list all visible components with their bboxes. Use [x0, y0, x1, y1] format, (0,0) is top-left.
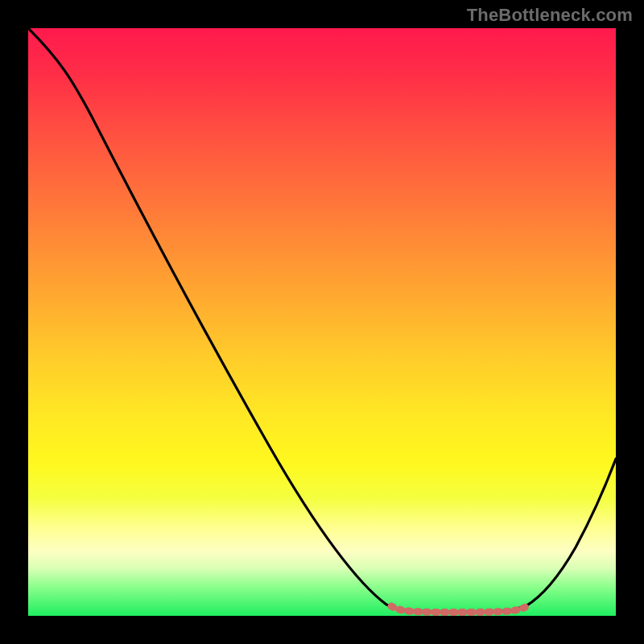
bottleneck-curve — [28, 28, 616, 616]
chart-frame: TheBottleneck.com — [0, 0, 644, 644]
watermark-text: TheBottleneck.com — [467, 5, 633, 26]
chart-plot-area — [28, 28, 616, 616]
curve-path — [28, 28, 616, 612]
optimal-band — [391, 606, 527, 613]
